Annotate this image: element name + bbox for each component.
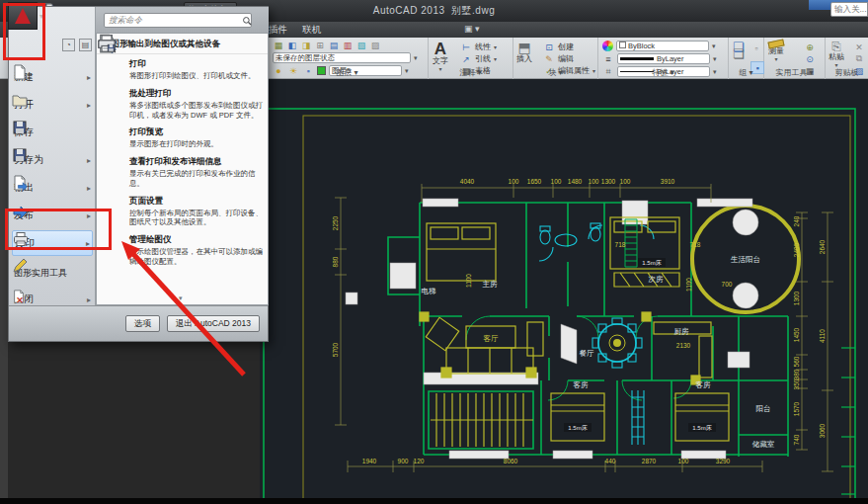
svg-text:4040: 4040 [460, 178, 475, 185]
column-top [733, 210, 758, 235]
insert-block-button[interactable]: ⬒插入 [516, 41, 532, 64]
ungroup-icon[interactable]: ▫ [750, 42, 762, 53]
panel-label-annotation[interactable]: 注释 ▾ [429, 67, 513, 78]
submenu-item-plot-details[interactable]: 查看打印和发布详细信息显示有关已完成的打印和发布作业的信息。 [97, 152, 268, 192]
open-documents-icon[interactable]: ▤ [79, 39, 92, 51]
tab-online[interactable]: 联机 [302, 24, 321, 37]
panel-layers: ▦◧◨⊞ ▤▥▧▨ 未保存的图层状态▾ ●☀▪ 图层5▾ 图层 ▾ [267, 38, 429, 79]
panel-label-clipboard: 剪贴板 [826, 67, 868, 78]
svg-text:100: 100 [509, 178, 519, 185]
panel-clipboard: ⎘粘贴▾ ✕ ⧉ ▨ 剪贴板 [826, 38, 868, 79]
menu-item-publish[interactable]: 发布▸ [12, 203, 93, 228]
svg-text:100: 100 [620, 178, 631, 185]
svg-text:100: 100 [589, 178, 599, 185]
application-menu-button[interactable] [8, 2, 38, 30]
panel-label-layers[interactable]: 图层 ▾ [267, 67, 428, 78]
svg-text:3290: 3290 [716, 458, 731, 464]
room-label-guest1: 客房 [574, 380, 590, 389]
svg-text:2640: 2640 [819, 239, 826, 254]
svg-text:2250: 2250 [332, 215, 339, 230]
submenu-header: 将图形输出到绘图仪或其他设备 [97, 34, 268, 54]
svg-text:2130: 2130 [676, 342, 691, 349]
copy-icon[interactable]: ⧉ [853, 53, 865, 64]
room-label-storage: 储藏室 [752, 440, 775, 449]
svg-text:1650: 1650 [527, 178, 542, 185]
svg-text:4110: 4110 [819, 329, 826, 343]
svg-text:3060: 3060 [819, 423, 826, 438]
svg-text:1100: 1100 [685, 278, 692, 292]
cut-icon[interactable]: ✕ [853, 42, 865, 52]
options-button[interactable]: 选项 [125, 315, 160, 332]
submenu-item-page-setup[interactable]: 页面设置控制每个新布局的页面布局、打印设备、图纸尺寸以及其他设置。 [97, 192, 268, 231]
menu-search-input[interactable]: 搜索命令 [104, 13, 252, 28]
panel-label-properties[interactable]: 特性 ▾ [598, 67, 728, 78]
svg-text:440: 440 [605, 458, 616, 464]
batch-plot-icon [103, 88, 124, 121]
menu-item-new[interactable]: 新建▸ [12, 64, 93, 90]
page-setup-icon [103, 196, 124, 228]
svg-text:2870: 2870 [642, 458, 657, 464]
layer-tool-icons[interactable]: ▦◧◨⊞ ▤▥▧▨ [273, 40, 381, 50]
menu-item-drawing-utilities[interactable]: 图形实用工具 [12, 258, 93, 288]
linear-dim-button[interactable]: ⊢线性▾ [460, 42, 497, 52]
submenu-item-manage-plotters[interactable]: 管理绘图仪显示绘图仪管理器，在其中可以添加或编辑绘图仪配置。 [97, 230, 268, 270]
app-menu-caret-icon: ▾ [39, 12, 43, 21]
panel-label-block[interactable]: 块 ▾ [513, 67, 597, 78]
svg-text:1.5m床: 1.5m床 [692, 424, 711, 431]
lineweight-dropdown[interactable]: ≡ByLayer▾ [602, 53, 717, 64]
paste-button[interactable]: ⎘粘贴▾ [829, 41, 844, 69]
room-label-kitchen: 厨房 [674, 327, 690, 336]
color-dropdown[interactable]: ByBlock▾ [602, 41, 716, 51]
svg-text:120: 120 [414, 458, 425, 464]
submenu-item-batch-plot[interactable]: 批处理打印将多张图纸或多个图形发布到绘图仪或打印机，或者发布为 DWF 或 PD… [97, 84, 268, 124]
scroll-down-notch[interactable]: ▾ [179, 294, 183, 302]
submenu-item-plot-preview[interactable]: 打印预览显示图形在打印时的外观。 [97, 123, 268, 152]
svg-text:380: 380 [793, 369, 800, 379]
plot-preview-icon [103, 126, 124, 149]
camera-icon[interactable]: ▣ ▾ [464, 24, 480, 34]
leader-button[interactable]: ↗引线▾ [460, 53, 497, 64]
grid-ticks-right [841, 348, 855, 494]
group-button[interactable]: ❏❏ [733, 41, 745, 62]
exit-button[interactable]: 退出 AutoCAD 2013 [167, 315, 260, 332]
svg-text:1570: 1570 [793, 401, 800, 416]
svg-text:100: 100 [678, 458, 689, 464]
menu-left-column: ◔ ▤ 新建▸ 打开▸ 保存 另存为▸ 输出▸ 发布▸ 打印▸ [9, 7, 96, 305]
svg-text:5700: 5700 [332, 342, 339, 357]
svg-text:100: 100 [551, 178, 562, 185]
svg-text:1300: 1300 [601, 178, 616, 185]
svg-text:740: 740 [793, 434, 800, 445]
room-label-balcony: 阳台 [756, 404, 771, 413]
menu-item-print[interactable]: 打印▸ [12, 230, 93, 256]
tab-plugins[interactable]: 插件 [269, 24, 287, 37]
layer-state-dropdown[interactable]: 未保存的图层状态▾ [273, 52, 418, 63]
svg-text:1.5m床: 1.5m床 [642, 259, 661, 266]
quick-select-icon[interactable]: ⊙ [804, 53, 816, 64]
panel-label-utilities[interactable]: 实用工具 ▾ [764, 67, 825, 78]
create-block-button[interactable]: ⊡创建 [543, 42, 574, 52]
submenu-item-plot[interactable]: 打印将图形打印到绘图仪、打印机或文件。 [97, 54, 268, 84]
color-wheel-icon [602, 41, 613, 51]
menu-item-export[interactable]: 输出▸ [12, 175, 93, 201]
svg-text:2400: 2400 [793, 242, 800, 257]
panel-properties: ByBlock▾ ≡ByLayer▾ ⌗ByLayer▾ 特性 ▾ [598, 38, 729, 79]
autocad-window: 1.5m床 1.5m床 1.5m床 主房 次房 电梯 客厅 餐厅 厨房 生活阳台… [0, 0, 868, 504]
svg-text:8060: 8060 [504, 458, 518, 464]
plot-icon [103, 58, 124, 81]
room-label-life-balcony: 生活阳台 [730, 255, 760, 264]
column-bottom [733, 283, 758, 308]
menu-item-saveas[interactable]: 另存为▸ [12, 147, 93, 173]
svg-text:1480: 1480 [568, 178, 583, 185]
application-menu: 搜索命令 ◔ ▤ 新建▸ 打开▸ 保存 另存为▸ 输出▸ 发布▸ [8, 6, 269, 342]
room-label-elevator: 电梯 [422, 287, 436, 295]
infocenter-search-input[interactable]: 输入关... [830, 2, 868, 17]
id-point-icon[interactable]: ⊕ [804, 42, 816, 52]
menu-item-open[interactable]: 打开▸ [12, 92, 93, 118]
svg-text:560: 560 [793, 356, 800, 367]
menu-item-save[interactable]: 保存 [12, 120, 93, 145]
svg-text:1300: 1300 [793, 291, 800, 305]
panel-label-group[interactable]: 组 ▾ [729, 67, 763, 78]
recent-documents-icon[interactable]: ◔ [62, 39, 75, 51]
measure-button[interactable]: 测量▾ [768, 41, 784, 62]
edit-block-button[interactable]: ✎编辑 [543, 53, 574, 64]
